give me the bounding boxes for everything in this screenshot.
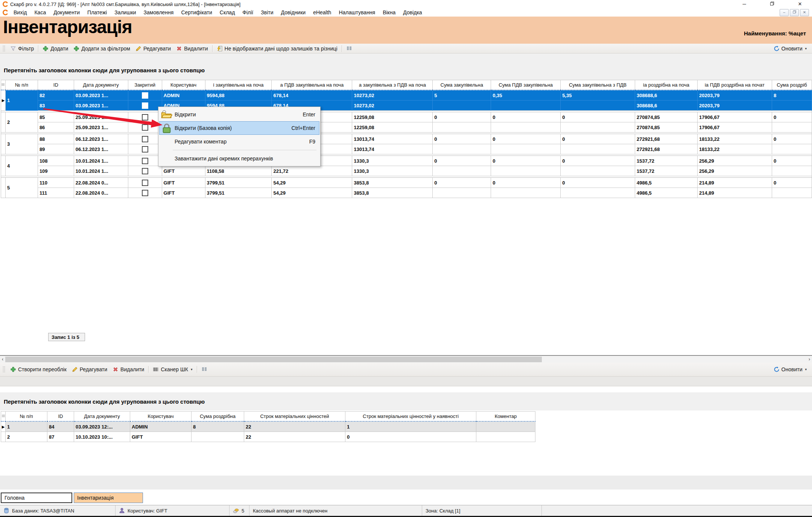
column-header[interactable]: Сума закупівельна — [433, 80, 491, 90]
toolbar-button-edit[interactable]: Редагувати — [133, 45, 173, 52]
column-header[interactable]: Користувач — [130, 412, 192, 422]
cell-user[interactable]: ADMIN — [130, 421, 192, 432]
table-row[interactable]: 10910.01.2024 1...GIFT1108,58221,721330,… — [1, 166, 812, 176]
cell-c14[interactable] — [772, 101, 812, 111]
cell-closed[interactable] — [128, 101, 162, 111]
cell-c14[interactable] — [772, 144, 812, 154]
closed-checkbox[interactable] — [142, 158, 148, 164]
cell-date[interactable]: 22.08.2024 0... — [74, 178, 128, 188]
column-header[interactable]: № п/п — [6, 412, 47, 422]
group-number-cell[interactable]: 4 — [5, 156, 38, 176]
cell-c11[interactable] — [561, 144, 635, 154]
toolbar-button-delete[interactable]: Видалити — [173, 45, 210, 52]
cell-id[interactable]: 89 — [38, 144, 74, 154]
cell-c8[interactable]: 3853,8 — [352, 178, 433, 188]
cell-user[interactable]: GIFT — [130, 432, 192, 442]
cell-c14[interactable]: 0 — [772, 134, 812, 144]
cell-c9[interactable] — [433, 188, 491, 198]
cell-closed[interactable] — [128, 188, 162, 198]
group-number-cell[interactable]: 3 — [5, 134, 38, 154]
menu-item-5[interactable]: Замовлення — [140, 9, 178, 15]
cell-c8[interactable]: 13013,74 — [352, 134, 433, 144]
menu-item-2[interactable]: Документи — [50, 9, 84, 15]
cell-date[interactable]: 06.12.2023 1... — [74, 144, 128, 154]
column-header[interactable]: Строк матеріальних цінностей — [244, 412, 345, 422]
cell-c12[interactable]: 4986,5 — [635, 178, 698, 188]
toolbar-button-filter[interactable]: Фільтр — [8, 45, 36, 52]
cell-date[interactable]: 03.09.2023 1... — [74, 90, 128, 101]
column-header[interactable]: ID — [47, 412, 74, 422]
cell-id[interactable]: 88 — [38, 134, 74, 144]
cell-c9[interactable] — [433, 144, 491, 154]
table-row[interactable]: 11122.08.2024 0...GIFT3799,5154,293853,8… — [1, 188, 812, 198]
column-header[interactable]: № п/п — [5, 80, 38, 90]
cell-c11[interactable] — [561, 188, 635, 198]
cell-c8[interactable]: 12259,08 — [352, 112, 433, 122]
tab-inactive-0[interactable]: Головна — [1, 493, 72, 503]
cell-c8[interactable]: 3853,8 — [352, 188, 433, 198]
menu-item-12[interactable]: Налаштування — [335, 9, 379, 15]
cell-c8[interactable]: 10273,02 — [352, 101, 433, 111]
toolbar-button-barcode-scanner[interactable]: Сканер ШК▾ — [150, 366, 195, 373]
column-header[interactable]: а закупівельна з ПДВ на поча — [352, 80, 433, 90]
cell-c10[interactable] — [491, 166, 561, 176]
menu-item-9[interactable]: Звіти — [257, 9, 277, 15]
cell-sum[interactable]: 8 — [192, 421, 244, 432]
toolbar-button-add-by-filter[interactable]: Додати за фільтром — [71, 45, 133, 52]
cell-closed[interactable] — [128, 90, 162, 101]
cell-c12[interactable]: 272921,68 — [635, 144, 698, 154]
cell-c14[interactable] — [772, 166, 812, 176]
group-number-cell[interactable]: 1 — [5, 90, 38, 111]
tab-active-1[interactable]: Інвентаризація — [74, 493, 143, 503]
column-header[interactable]: Закритий — [128, 80, 162, 90]
minimize-button[interactable]: ─ — [737, 0, 752, 8]
cell-comment[interactable] — [476, 421, 535, 432]
cell-c13[interactable]: 256,29 — [697, 166, 772, 176]
cell-date[interactable]: 25.09.2023 1... — [74, 122, 128, 133]
cell-c9[interactable] — [433, 122, 491, 133]
closed-checkbox[interactable] — [142, 92, 148, 99]
cell-c7[interactable]: 221,72 — [272, 166, 352, 176]
table-row[interactable]: ▶18203.09.2023 1...ADMIN9594,88678,14102… — [1, 90, 812, 101]
restore-button[interactable] — [765, 0, 780, 8]
context-menu-item-open-base-copy[interactable]: Відкрити (Базова копія)Ctrl+Enter — [159, 121, 319, 135]
closed-checkbox[interactable] — [142, 168, 148, 174]
context-menu-item-load-recount-data[interactable]: Завантажити дані окремих перерахунків — [159, 152, 319, 165]
cell-c14[interactable]: 8 — [772, 90, 812, 101]
group-by-panel[interactable]: Перетягніть заголовок колонки сюди для у… — [0, 53, 812, 80]
table-row[interactable]: 8906.12.2023 1...13013,74272921,6818133,… — [1, 144, 812, 154]
cell-id[interactable]: 108 — [38, 156, 74, 166]
cell-c10[interactable]: 0 — [491, 156, 561, 166]
cell-closed[interactable] — [128, 178, 162, 188]
menu-item-8[interactable]: Філії — [239, 9, 257, 15]
cell-c9[interactable] — [433, 101, 491, 111]
table-row[interactable]: 28525.09.2023 1...12259,08000270874,8517… — [1, 112, 812, 122]
cell-c14[interactable] — [772, 122, 812, 133]
toolbar-button-edit[interactable]: Редагувати — [69, 366, 110, 373]
cell-c10[interactable] — [491, 101, 561, 111]
cell-c13[interactable]: 17906,67 — [697, 112, 772, 122]
menu-item-7[interactable]: Склад — [216, 9, 239, 15]
toolbar-button-column-chooser[interactable] — [199, 366, 210, 373]
cell-c10[interactable] — [491, 144, 561, 154]
row-indicator-header[interactable] — [1, 412, 6, 422]
column-header[interactable]: і закупівельна на поча — [205, 80, 272, 90]
cell-c13[interactable]: 18133,22 — [697, 144, 772, 154]
cell-date[interactable]: 22.08.2024 0... — [74, 188, 128, 198]
column-header[interactable]: іа ПДВ роздрібна на почат — [697, 80, 772, 90]
cell-closed[interactable] — [128, 156, 162, 166]
cell-term[interactable]: 22 — [244, 432, 345, 442]
menu-item-6[interactable]: Сертифікати — [177, 9, 216, 15]
cell-c12[interactable]: 1537,72 — [635, 166, 698, 176]
cell-id[interactable]: 84 — [47, 421, 74, 432]
table-row[interactable]: 38806.12.2023 1...13013,74000272921,6818… — [1, 134, 812, 144]
closed-checkbox[interactable] — [142, 114, 148, 120]
table-row[interactable]: 8625.09.2023 1...12259,08270874,8517906,… — [1, 122, 812, 133]
cell-id[interactable]: 86 — [38, 122, 74, 133]
refresh-button[interactable]: Оновити▾ — [771, 366, 810, 373]
cell-date[interactable]: 03.09.2023 12:... — [74, 421, 130, 432]
cell-num[interactable]: 2 — [6, 432, 47, 442]
cell-c13[interactable]: 214,89 — [697, 178, 772, 188]
cell-c13[interactable]: 214,89 — [697, 188, 772, 198]
column-header[interactable]: Сума ПДВ закупівельна — [491, 80, 561, 90]
